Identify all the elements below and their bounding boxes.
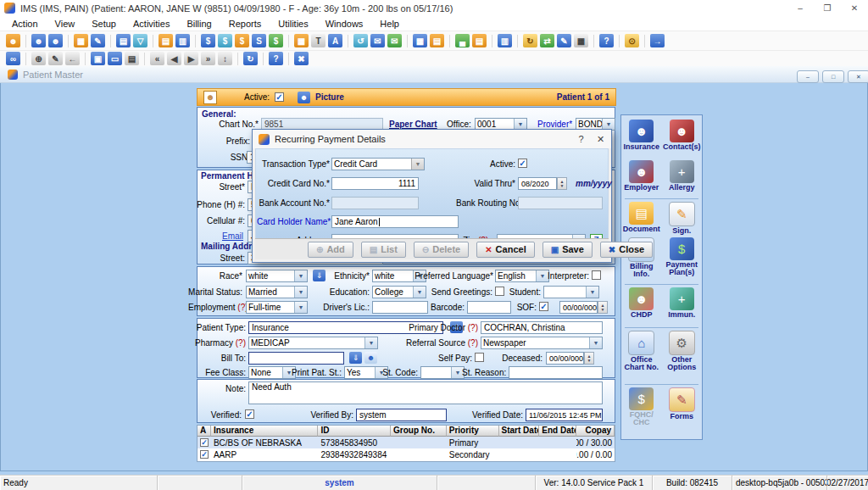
picture-label[interactable]: Picture bbox=[315, 92, 344, 102]
cancel-button[interactable]: ✕Cancel bbox=[476, 242, 534, 258]
student-select[interactable]: ▼ bbox=[543, 286, 599, 298]
dialog-active-checkbox[interactable]: ✓ bbox=[518, 159, 527, 168]
statement-icon[interactable]: S bbox=[252, 34, 266, 47]
minimize-button[interactable]: – bbox=[787, 0, 814, 16]
menu-utilities[interactable]: Utilities bbox=[270, 19, 316, 29]
primary-doctor-field[interactable]: COCHRAN, Christina bbox=[481, 321, 603, 334]
lab-flask-icon[interactable]: ▽ bbox=[133, 34, 147, 47]
race-select[interactable]: white▼ bbox=[246, 270, 308, 282]
col-insurance[interactable]: Insurance bbox=[211, 426, 318, 437]
col-id[interactable]: ID bbox=[318, 426, 391, 437]
help2-icon[interactable]: ? bbox=[269, 52, 283, 65]
sidebar-item-office-chart-no[interactable]: ⌂Office Chart No. bbox=[622, 331, 661, 381]
edit-icon[interactable]: ✎ bbox=[48, 52, 63, 65]
first-icon[interactable]: « bbox=[150, 52, 164, 65]
sidebar-item-employer[interactable]: ☻Employer bbox=[622, 160, 661, 196]
transaction-type-select[interactable]: Credit Card▼ bbox=[331, 158, 425, 170]
sidebar-item-document[interactable]: ▤Document bbox=[622, 202, 661, 237]
copy-icon[interactable]: ▤ bbox=[125, 52, 139, 65]
sidebar-item-insurance[interactable]: ☻Insurance bbox=[622, 120, 661, 160]
deceased-spinner[interactable]: ▲▼ bbox=[584, 352, 594, 365]
posting-icon[interactable]: ✎ bbox=[557, 34, 571, 47]
menu-reports[interactable]: Reports bbox=[220, 19, 270, 29]
save-icon[interactable]: ▣ bbox=[91, 52, 105, 65]
sidebar-item-other-options[interactable]: ⚙Other Options bbox=[662, 331, 701, 381]
menu-setup[interactable]: Setup bbox=[83, 19, 125, 29]
refresh-doc-icon[interactable]: ↻ bbox=[523, 34, 537, 47]
col-group[interactable]: Group No. bbox=[391, 426, 447, 437]
row-active-checkbox[interactable]: ✓ bbox=[200, 438, 209, 447]
last-icon[interactable]: » bbox=[201, 52, 215, 65]
patient-edit-icon[interactable]: ☻ bbox=[31, 34, 46, 47]
self-pay-checkbox[interactable] bbox=[475, 353, 484, 362]
sidebar-item-chdp[interactable]: ☻CHDP bbox=[622, 287, 661, 325]
referral-select[interactable]: Newspaper▼ bbox=[481, 337, 603, 349]
prev-icon[interactable]: ◀ bbox=[167, 52, 181, 65]
save-button[interactable]: ▣Save bbox=[542, 242, 593, 258]
note-field[interactable]: Need Auth bbox=[248, 381, 603, 404]
deceased-field[interactable]: 00/00/0000 bbox=[546, 352, 584, 365]
sidebar-item-forms[interactable]: ✎Forms bbox=[662, 387, 701, 432]
education-select[interactable]: College▼ bbox=[372, 286, 426, 298]
menu-help[interactable]: Help bbox=[371, 19, 408, 29]
verified-by-field[interactable]: system bbox=[356, 409, 447, 421]
dialog-close-button[interactable]: ✕ bbox=[593, 132, 608, 147]
lock-icon[interactable]: ⊙ bbox=[625, 34, 639, 47]
greetings-checkbox[interactable] bbox=[495, 287, 504, 296]
find-icon[interactable]: ∞ bbox=[6, 52, 20, 65]
form-icon[interactable]: ▤ bbox=[159, 34, 173, 47]
col-copay[interactable]: Copay bbox=[576, 426, 615, 437]
st-code-select[interactable]: ▼ bbox=[420, 366, 465, 379]
chart-doc-icon[interactable]: ▤ bbox=[116, 34, 131, 47]
bill-to-detail-icon[interactable]: ⇓ bbox=[349, 352, 362, 364]
daysheet-icon[interactable]: ▦ bbox=[413, 34, 427, 47]
note-edit-icon[interactable]: ✎ bbox=[91, 34, 105, 47]
marital-select[interactable]: Married▼ bbox=[246, 286, 308, 298]
sort-icon[interactable]: ↕ bbox=[218, 52, 232, 65]
open-icon[interactable]: ▭ bbox=[108, 52, 122, 65]
pm-close-button[interactable]: ✕ bbox=[848, 70, 868, 83]
col-priority[interactable]: Priority bbox=[447, 426, 499, 437]
ledger-icon[interactable]: $ bbox=[269, 34, 283, 47]
barcode-field[interactable] bbox=[467, 301, 511, 314]
delete-button[interactable]: ⊖Delete bbox=[414, 242, 469, 258]
menu-view[interactable]: View bbox=[47, 19, 84, 29]
pharmacy-select[interactable]: MEDICAP▼ bbox=[248, 337, 378, 349]
sidebar-item-immun[interactable]: +Immun. bbox=[662, 287, 701, 325]
claim-person-icon[interactable]: $ bbox=[235, 34, 249, 47]
interpreter-checkbox[interactable] bbox=[592, 270, 601, 280]
col-a[interactable]: A bbox=[198, 426, 211, 437]
pm-maximize-button[interactable]: □ bbox=[822, 70, 844, 83]
exit-icon[interactable]: → bbox=[650, 34, 665, 47]
verified-date-field[interactable]: 11/06/2015 12:45 PM bbox=[526, 409, 603, 421]
st-reason-field[interactable] bbox=[509, 366, 603, 379]
card-holder-field[interactable]: Jane Aaron bbox=[331, 215, 459, 228]
bill-to-people-icon[interactable]: ☻ bbox=[364, 352, 377, 364]
table-row[interactable]: ✓ BC/BS OF NEBRASKA 573845834950 Primary… bbox=[198, 437, 615, 448]
close2-icon[interactable]: ✖ bbox=[294, 52, 309, 65]
credit-card-no-field[interactable]: 1111 bbox=[331, 177, 419, 190]
active-checkbox[interactable]: ✓ bbox=[275, 92, 284, 102]
language-select[interactable]: English▼ bbox=[495, 270, 549, 282]
sidebar-item-payment-plans[interactable]: $Payment Plan(s) bbox=[662, 237, 701, 281]
payment-globe-icon[interactable]: $ bbox=[218, 34, 232, 47]
maximize-button[interactable]: ❐ bbox=[814, 0, 841, 16]
refresh-icon[interactable]: ↻ bbox=[243, 52, 258, 65]
mail-receive-icon[interactable]: ✉ bbox=[387, 34, 402, 47]
list-button[interactable]: ▤List bbox=[361, 242, 406, 258]
transfer-icon[interactable]: ⇄ bbox=[540, 34, 554, 47]
next-icon[interactable]: ▶ bbox=[184, 52, 198, 65]
mail-send-icon[interactable]: ✉ bbox=[370, 34, 385, 47]
verified-checkbox[interactable]: ✓ bbox=[245, 409, 254, 419]
sof-date-spinner[interactable]: ▲▼ bbox=[598, 301, 608, 314]
employment-select[interactable]: Full-time▼ bbox=[246, 301, 308, 314]
clipboard-icon[interactable]: ▥ bbox=[498, 34, 512, 47]
graph-icon[interactable]: ▄ bbox=[455, 34, 470, 47]
folder-user-icon[interactable]: ▤ bbox=[430, 34, 444, 47]
menu-windows[interactable]: Windows bbox=[317, 19, 372, 29]
pm-minimize-button[interactable]: – bbox=[797, 70, 819, 83]
scan-icon[interactable]: ↺ bbox=[353, 34, 368, 47]
table-row[interactable]: ✓ AARP 29384932849384 Secondary 0.00 / 0… bbox=[198, 448, 615, 460]
sof-checkbox[interactable]: ✓ bbox=[539, 302, 548, 311]
drivers-lic-field[interactable] bbox=[372, 301, 428, 314]
